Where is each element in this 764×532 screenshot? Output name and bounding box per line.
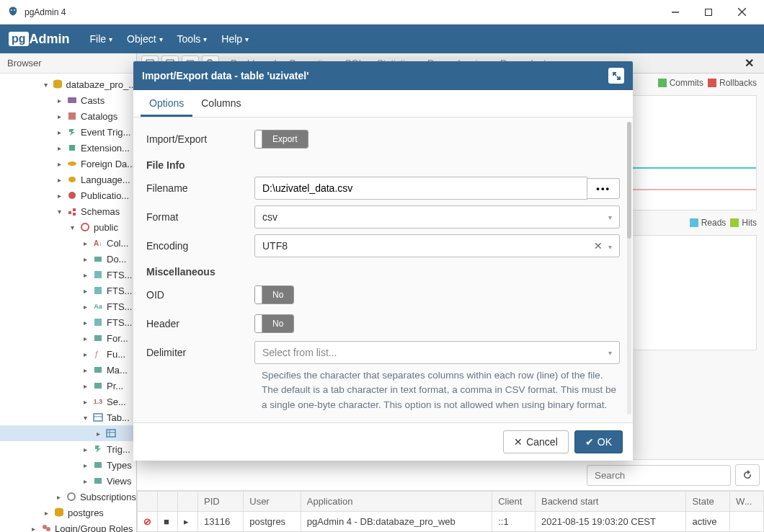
col-pid[interactable]: PID bbox=[198, 492, 244, 512]
tree-publications[interactable]: ▸Publicatio... bbox=[0, 187, 136, 203]
chevron-down-icon: ▾ bbox=[608, 349, 612, 357]
col-application[interactable]: Application bbox=[301, 492, 492, 512]
roles-icon bbox=[40, 523, 52, 532]
import-export-label: Import/Export bbox=[146, 133, 254, 145]
casts-icon bbox=[66, 94, 78, 106]
format-label: Format bbox=[146, 211, 254, 223]
tree-postgres-db[interactable]: ▸postgres bbox=[0, 505, 136, 520]
col-client[interactable]: Client bbox=[492, 492, 536, 512]
publications-icon bbox=[66, 190, 78, 201]
col-wait[interactable]: W... bbox=[730, 492, 764, 512]
tree-tables[interactable]: ▾Tab... bbox=[0, 409, 136, 425]
col-state[interactable]: State bbox=[686, 492, 730, 512]
clear-icon[interactable]: ✕ bbox=[594, 240, 603, 252]
dialog-scrollbar[interactable] bbox=[627, 122, 631, 414]
table-row[interactable]: ⊘ ■ ▸ 13116 postgres pgAdmin 4 - DB:data… bbox=[138, 512, 764, 532]
menu-file[interactable]: File▾ bbox=[83, 27, 120, 50]
legend-rollbacks: Rollbacks bbox=[708, 78, 757, 88]
domains-icon bbox=[92, 253, 104, 265]
tab-options[interactable]: Options bbox=[141, 90, 192, 117]
legend-commits: Commits bbox=[658, 78, 703, 88]
tree-schemas[interactable]: ▾Schemas bbox=[0, 203, 136, 219]
menu-object[interactable]: Object▾ bbox=[120, 27, 169, 50]
cancel-icon[interactable]: ■ bbox=[164, 516, 169, 527]
col-user[interactable]: User bbox=[244, 492, 301, 512]
svg-point-31 bbox=[43, 525, 47, 529]
browse-button[interactable]: ••• bbox=[587, 178, 620, 199]
header-toggle[interactable]: No bbox=[254, 314, 294, 333]
col-backend-start[interactable]: Backend start bbox=[535, 492, 685, 512]
tree-database[interactable]: ▾databaze_pro_... bbox=[0, 76, 136, 92]
check-icon: ✔ bbox=[585, 436, 594, 448]
sessions-panel: PID User Application Client Backend star… bbox=[137, 459, 764, 532]
cancel-button[interactable]: ✕Cancel bbox=[503, 430, 569, 453]
tree-login-roles[interactable]: ▸Login/Group Roles bbox=[0, 520, 136, 532]
browser-header: Browser bbox=[0, 53, 136, 74]
file-info-section: File Info bbox=[146, 154, 620, 174]
svg-point-11 bbox=[68, 177, 76, 182]
schemas-icon bbox=[66, 205, 78, 217]
tree-fts-template[interactable]: ▸FTS... bbox=[0, 314, 136, 330]
svg-rect-9 bbox=[69, 145, 75, 151]
tree-types[interactable]: ▸Types bbox=[0, 457, 136, 473]
panel-close-icon[interactable]: ✕ bbox=[745, 56, 754, 70]
window-titlebar: pgAdmin 4 bbox=[0, 0, 764, 25]
tab-columns[interactable]: Columns bbox=[192, 90, 249, 117]
tree-views[interactable]: ▸Views bbox=[0, 473, 136, 489]
tree-materialized-views[interactable]: ▸Ma... bbox=[0, 362, 136, 378]
tree-languages[interactable]: ▸Language... bbox=[0, 172, 136, 187]
tree-table-uzivatel[interactable]: ▸ bbox=[0, 425, 136, 441]
tree-fts-dict[interactable]: ▸FTS... bbox=[0, 283, 136, 298]
delimiter-label: Delimiter bbox=[146, 347, 254, 358]
tree-schema-public[interactable]: ▾public bbox=[0, 219, 136, 235]
tree-catalogs[interactable]: ▸Catalogs bbox=[0, 108, 136, 124]
chevron-down-icon: ▾ bbox=[608, 243, 612, 251]
import-export-toggle[interactable]: Export bbox=[254, 130, 308, 148]
delimiter-select[interactable]: Select from list...▾ bbox=[254, 341, 620, 364]
types-icon bbox=[92, 459, 104, 471]
tree-fts-config[interactable]: ▸FTS... bbox=[0, 267, 136, 283]
menu-tools[interactable]: Tools▾ bbox=[170, 27, 215, 50]
maximize-button[interactable] bbox=[692, 1, 725, 24]
menu-help[interactable]: Help▾ bbox=[214, 27, 256, 50]
expand-row-icon[interactable]: ▸ bbox=[184, 516, 189, 527]
tree-event-triggers[interactable]: ▸Event Trig... bbox=[0, 124, 136, 140]
refresh-button[interactable] bbox=[735, 464, 760, 486]
oid-toggle[interactable]: No bbox=[254, 285, 294, 304]
tree-sequences[interactable]: ▸1.3Se... bbox=[0, 394, 136, 409]
ok-button[interactable]: ✔OK bbox=[574, 430, 623, 453]
database-icon bbox=[53, 507, 65, 518]
search-input[interactable] bbox=[587, 465, 731, 486]
tree-trigger-functions[interactable]: ▸Trig... bbox=[0, 441, 136, 457]
svg-point-12 bbox=[68, 192, 76, 199]
close-button[interactable] bbox=[725, 1, 758, 24]
svg-rect-24 bbox=[107, 430, 115, 437]
subscriptions-icon bbox=[66, 491, 77, 502]
filename-input[interactable] bbox=[254, 177, 587, 200]
header-label: Header bbox=[146, 318, 254, 329]
tree-casts[interactable]: ▸Casts bbox=[0, 92, 136, 108]
tree-extensions[interactable]: ▸Extension... bbox=[0, 140, 136, 156]
fts-template-icon bbox=[92, 316, 104, 328]
tree-domains[interactable]: ▸Do... bbox=[0, 251, 136, 267]
sessions-table: PID User Application Client Backend star… bbox=[137, 491, 764, 532]
sequences-icon: 1.3 bbox=[92, 396, 104, 407]
tree-subscriptions[interactable]: ▸Subscriptions bbox=[0, 489, 136, 505]
svg-rect-8 bbox=[68, 112, 76, 120]
minimize-button[interactable] bbox=[659, 1, 692, 24]
svg-rect-28 bbox=[94, 478, 102, 484]
dialog-header[interactable]: Import/Export data - table 'uzivatel' bbox=[133, 61, 633, 90]
tree-fts-parser[interactable]: ▸AaFTS... bbox=[0, 298, 136, 314]
database-icon bbox=[53, 79, 63, 90]
format-select[interactable]: csv▾ bbox=[254, 205, 620, 229]
encoding-select[interactable]: UTF8✕▾ bbox=[254, 234, 620, 257]
svg-rect-20 bbox=[94, 367, 102, 373]
maximize-dialog-icon[interactable] bbox=[608, 68, 624, 84]
tree-procedures[interactable]: ▸Pr... bbox=[0, 378, 136, 394]
tree-collations[interactable]: ▸A↓Col... bbox=[0, 235, 136, 251]
svg-rect-16 bbox=[94, 287, 102, 294]
terminate-icon[interactable]: ⊘ bbox=[143, 516, 151, 527]
tree-functions[interactable]: ▸ƒFu... bbox=[0, 346, 136, 362]
tree-foreign-tables[interactable]: ▸For... bbox=[0, 330, 136, 346]
tree-foreign-dw[interactable]: ▸Foreign Da... bbox=[0, 156, 136, 172]
